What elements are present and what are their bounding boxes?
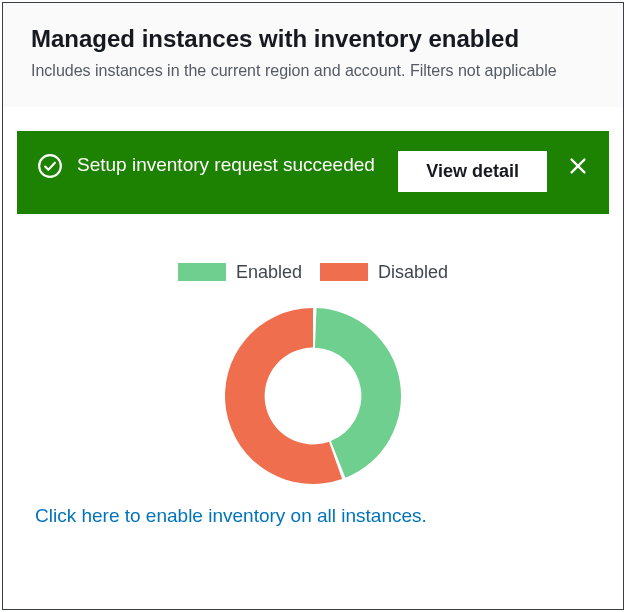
close-icon	[567, 155, 589, 180]
card-header: Managed instances with inventory enabled…	[3, 3, 623, 107]
success-check-icon	[37, 153, 63, 179]
card-title: Managed instances with inventory enabled	[31, 23, 595, 54]
card-subtitle: Includes instances in the current region…	[31, 60, 595, 82]
legend-swatch-enabled	[178, 263, 226, 281]
close-notification-button[interactable]	[567, 155, 589, 180]
enable-all-link[interactable]: Click here to enable inventory on all in…	[35, 505, 609, 527]
card-content: Setup inventory request succeeded View d…	[3, 107, 623, 609]
chart-legend: Enabled Disabled	[17, 262, 609, 283]
notification-message: Setup inventory request succeeded	[77, 151, 384, 180]
legend-label-disabled: Disabled	[378, 262, 448, 283]
legend-item-disabled: Disabled	[320, 262, 448, 283]
legend-swatch-disabled	[320, 263, 368, 281]
view-detail-button[interactable]: View detail	[398, 151, 547, 192]
inventory-card: Managed instances with inventory enabled…	[2, 2, 624, 610]
svg-point-0	[39, 155, 61, 177]
donut-chart	[17, 301, 609, 491]
legend-label-enabled: Enabled	[236, 262, 302, 283]
legend-item-enabled: Enabled	[178, 262, 302, 283]
success-notification: Setup inventory request succeeded View d…	[17, 131, 609, 214]
